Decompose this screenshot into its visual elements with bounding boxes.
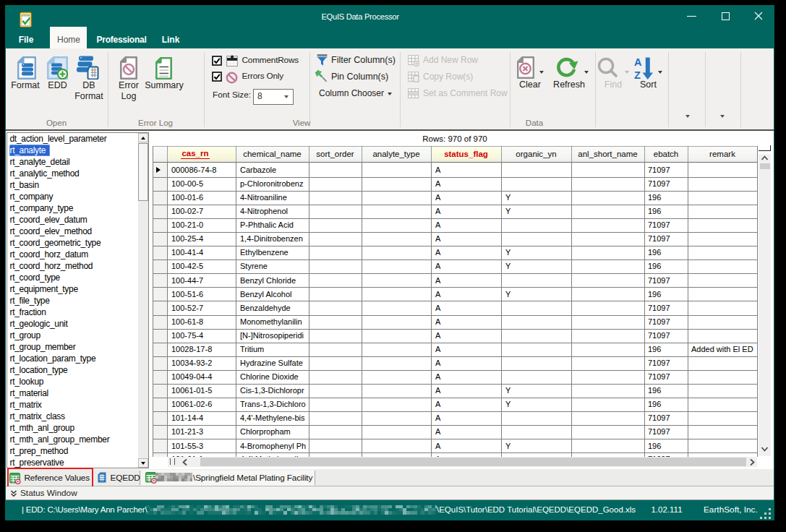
svg-text:A: A: [634, 56, 642, 68]
